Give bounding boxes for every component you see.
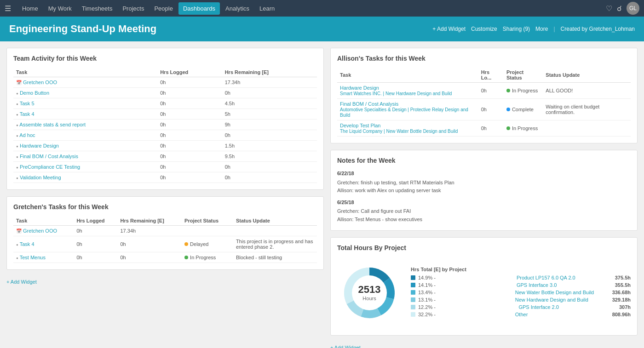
add-widget-bottom-right[interactable]: + Add Widget bbox=[330, 345, 638, 348]
status-badge: Delayed bbox=[184, 241, 208, 247]
hrs-logged: 0h bbox=[157, 77, 222, 88]
dot-icon: ● bbox=[16, 102, 18, 106]
main-content: Team Activity for this Week Task Hrs Log… bbox=[0, 41, 644, 348]
navbar: ☰ Home My Work Timesheets Projects Peopl… bbox=[0, 0, 644, 17]
task-name[interactable]: ● Ad hoc bbox=[13, 130, 157, 141]
legend-color bbox=[411, 305, 415, 309]
table-row: ● Final BOM / Cost Analysis 0h 9.5h bbox=[13, 151, 317, 162]
sharing-button[interactable]: Sharing (9) bbox=[503, 26, 530, 32]
task-name[interactable]: ● Validation Meeting bbox=[13, 172, 157, 183]
nav-people[interactable]: People bbox=[150, 2, 177, 15]
task-name[interactable]: 📅 Gretchen OOO bbox=[13, 77, 157, 88]
legend-project-link[interactable]: GPS Interface 2.0 bbox=[518, 304, 616, 310]
hrs-logged: 0h bbox=[478, 120, 504, 137]
total-hours-widget: Total Hours By Project 2513 Hours Hrs To… bbox=[330, 237, 638, 336]
legend-value: 808.96h bbox=[612, 312, 631, 317]
status-dot bbox=[184, 242, 188, 246]
table-row: Hardware Design Smart Watches INC. | New… bbox=[337, 83, 631, 99]
legend-item: 13.4% - New Water Bottle Design and Buil… bbox=[411, 290, 631, 295]
col-task: Task bbox=[337, 68, 478, 83]
dot-icon: ● bbox=[16, 91, 18, 96]
task-name[interactable]: ● Task 5 bbox=[13, 98, 157, 109]
legend-project-link[interactable]: Other bbox=[515, 312, 610, 317]
nav-right: ♡ ☌ GL bbox=[606, 2, 639, 15]
legend-pct: 32.2% - bbox=[418, 312, 512, 317]
task-name[interactable]: ● Demo Button bbox=[13, 88, 157, 98]
task-name[interactable]: ● Test Menus bbox=[13, 252, 74, 263]
legend-project-link[interactable]: GPS Interface 3.0 bbox=[517, 282, 612, 288]
hrs-logged: 0h bbox=[74, 236, 117, 252]
task-name[interactable]: 📅 Gretchen OOO bbox=[13, 226, 74, 236]
nav-analytics[interactable]: Analytics bbox=[221, 2, 254, 15]
page-title: Engineering Stand-Up Meeting bbox=[9, 23, 156, 35]
chart-area: 2513 Hours Hrs Total [E] by Project 14.9… bbox=[337, 257, 631, 329]
hrs-remaining: 1.5h bbox=[222, 141, 317, 151]
task-name[interactable]: ● Final BOM / Cost Analysis bbox=[13, 151, 157, 162]
status-dot bbox=[184, 256, 188, 259]
task-name[interactable]: ● Task 4 bbox=[13, 236, 74, 252]
hours-value: 2513 bbox=[358, 284, 381, 296]
project-status: Delayed bbox=[182, 236, 233, 252]
more-button[interactable]: More bbox=[535, 26, 548, 32]
nav-learn[interactable]: Learn bbox=[255, 2, 279, 15]
dot-icon: ● bbox=[16, 243, 18, 247]
legend-value: 336.68h bbox=[612, 290, 631, 295]
table-row: ● Task 4 0h 5h bbox=[13, 109, 317, 120]
table-row: 📅 Gretchen OOO 0h 17.34h bbox=[13, 226, 317, 236]
table-row: ● Demo Button 0h 0h bbox=[13, 88, 317, 98]
project-status: Complete bbox=[504, 99, 543, 120]
hrs-remaining: 9.5h bbox=[222, 151, 317, 162]
legend-pct: 12.2% - bbox=[418, 304, 516, 310]
menu-icon[interactable]: ☰ bbox=[5, 4, 11, 13]
task-name[interactable]: Final BOM / Cost Analysis Automotive Spe… bbox=[337, 99, 478, 120]
avatar[interactable]: GL bbox=[627, 2, 639, 15]
legend-project-link[interactable]: New Hardware Design and Build bbox=[515, 297, 610, 302]
task-link[interactable]: Final BOM / Cost Analysis bbox=[340, 101, 398, 107]
search-icon[interactable]: ☌ bbox=[617, 4, 622, 13]
hrs-logged: 0h bbox=[157, 130, 222, 141]
nav-links: Home My Work Timesheets Projects People … bbox=[17, 2, 606, 15]
hours-label: Hours bbox=[358, 296, 381, 302]
task-name[interactable]: Hardware Design Smart Watches INC. | New… bbox=[337, 83, 478, 99]
col-project-status: Project Status bbox=[182, 216, 233, 226]
nav-timesheets[interactable]: Timesheets bbox=[77, 2, 117, 15]
task-sub: The Liquid Company | New Water Bottle De… bbox=[340, 129, 458, 134]
nav-home[interactable]: Home bbox=[17, 2, 43, 15]
col-project-status: Project Status bbox=[504, 68, 543, 83]
table-row: ● Assemble stats & send report 0h 9h bbox=[13, 120, 317, 130]
project-status: In Progress bbox=[182, 252, 233, 263]
hrs-remaining: 4.5h bbox=[222, 98, 317, 109]
status-update: Waiting on client budget confirmation. bbox=[543, 99, 631, 120]
legend-color bbox=[411, 275, 415, 280]
notes-date: 6/25/18 bbox=[337, 199, 631, 207]
hrs-logged: 0h bbox=[157, 141, 222, 151]
legend-project-link[interactable]: Product LP157 6.0 QA 2.0 bbox=[517, 275, 612, 280]
task-link[interactable]: Hardware Design bbox=[340, 85, 379, 91]
customize-button[interactable]: Customize bbox=[471, 26, 497, 32]
legend-item: 32.2% - Other 808.96h bbox=[411, 312, 631, 317]
task-name[interactable]: ● Task 4 bbox=[13, 109, 157, 120]
task-name[interactable]: ● Hardware Design bbox=[13, 141, 157, 151]
legend-value: 375.5h bbox=[615, 275, 631, 280]
add-widget-bottom-left[interactable]: + Add Widget bbox=[6, 279, 324, 285]
nav-projects[interactable]: Projects bbox=[118, 2, 149, 15]
hrs-remaining: 0h bbox=[222, 130, 317, 141]
task-name[interactable]: ● Assemble stats & send report bbox=[13, 120, 157, 130]
notification-icon[interactable]: ♡ bbox=[606, 4, 612, 13]
legend-project-link[interactable]: New Water Bottle Design and Build bbox=[515, 290, 610, 295]
legend-item: 14.1% - GPS Interface 3.0 355.5h bbox=[411, 282, 631, 288]
divider: | bbox=[553, 26, 555, 32]
hrs-remaining: 0h bbox=[222, 88, 317, 98]
nav-dashboards[interactable]: Dashboards bbox=[178, 2, 220, 15]
hrs-logged: 0h bbox=[157, 120, 222, 130]
add-widget-header-button[interactable]: + Add Widget bbox=[432, 26, 466, 32]
col-hrs-remaining: Hrs Remaining [E] bbox=[222, 68, 317, 77]
legend-color bbox=[411, 297, 415, 302]
nav-mywork[interactable]: My Work bbox=[44, 2, 76, 15]
notes-content: 6/22/18Gretchen: finish up testing, star… bbox=[337, 170, 631, 224]
project-status: In Progress bbox=[504, 120, 543, 137]
task-name[interactable]: Develop Test Plan The Liquid Company | N… bbox=[337, 120, 478, 137]
notes-widget: Notes for the Week 6/22/18Gretchen: fini… bbox=[330, 150, 638, 231]
task-name[interactable]: ● PreCompliance CE Testing bbox=[13, 162, 157, 172]
task-link[interactable]: Develop Test Plan bbox=[340, 123, 380, 128]
